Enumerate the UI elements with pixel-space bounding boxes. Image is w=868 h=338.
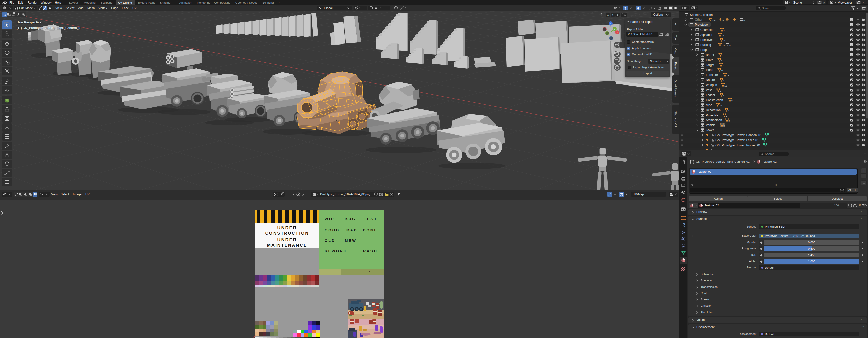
svg-text:Y: Y	[614, 28, 616, 30]
svg-text:X: X	[617, 31, 618, 34]
svg-text:Z: Z	[610, 23, 612, 25]
